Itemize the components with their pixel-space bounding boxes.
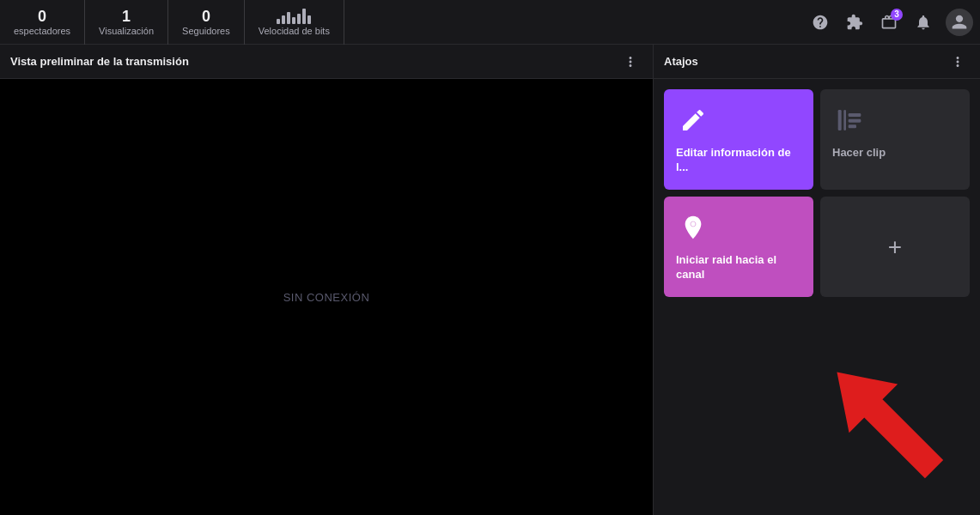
bar-2 xyxy=(282,15,285,24)
edit-icon xyxy=(679,106,707,134)
bar-3 xyxy=(287,12,290,24)
clip-icon-container xyxy=(832,103,867,137)
more-vert-icon xyxy=(623,54,638,70)
left-panel: Vista preliminar de la transmisión SIN C… xyxy=(0,45,654,515)
followers-label: Seguidores xyxy=(182,26,230,36)
stat-visualization: 1 Visualización xyxy=(85,0,168,45)
svg-rect-3 xyxy=(849,119,861,123)
bar-6 xyxy=(302,9,306,24)
more-vert-icon-right xyxy=(950,54,965,70)
bitrate-label: Velocidad de bits xyxy=(259,26,330,36)
followers-number: 0 xyxy=(202,9,210,24)
shortcut-add[interactable]: + xyxy=(820,197,970,297)
right-panel: Atajos Editar información de l... xyxy=(654,45,980,515)
gift-button[interactable]: 3 xyxy=(873,7,904,38)
spectators-number: 0 xyxy=(38,9,46,24)
hacer-clip-label: Hacer clip xyxy=(832,146,886,159)
avatar[interactable] xyxy=(946,9,973,36)
left-panel-menu-button[interactable] xyxy=(618,50,642,74)
add-icon: + xyxy=(888,233,902,261)
stat-bitrate: Velocidad de bits xyxy=(245,0,344,45)
bitrate-chart xyxy=(277,9,311,24)
svg-rect-2 xyxy=(849,113,861,117)
raid-icon xyxy=(679,214,707,241)
shortcut-edit-info[interactable]: Editar información de l... xyxy=(664,89,813,190)
shortcuts-grid: Editar información de l... Hacer clip xyxy=(654,79,980,307)
svg-rect-0 xyxy=(838,110,842,130)
top-bar-icons: 3 xyxy=(805,7,973,38)
right-panel-header: Atajos xyxy=(654,45,980,79)
clip-icon xyxy=(836,106,863,134)
bar-5 xyxy=(297,14,301,24)
bar-4 xyxy=(292,17,295,24)
left-panel-title: Vista preliminar de la transmisión xyxy=(10,55,189,68)
edit-info-label: Editar información de l... xyxy=(676,146,801,175)
extension-icon xyxy=(846,14,863,31)
notifications-icon xyxy=(915,14,932,31)
right-panel-title: Atajos xyxy=(664,55,698,68)
account-icon xyxy=(951,14,968,31)
red-arrow xyxy=(808,335,963,506)
gift-badge: 3 xyxy=(891,9,903,21)
help-button[interactable] xyxy=(805,7,836,38)
stat-spectators: 0 espectadores xyxy=(7,0,85,45)
iniciar-raid-label: Iniciar raid hacia el canal xyxy=(676,253,801,282)
svg-marker-6 xyxy=(813,348,959,494)
arrow-area xyxy=(654,307,980,515)
notifications-button[interactable] xyxy=(908,7,939,38)
preview-area: SIN CONEXIÓN xyxy=(0,79,653,515)
main-layout: Vista preliminar de la transmisión SIN C… xyxy=(0,45,980,515)
top-bar: 0 espectadores 1 Visualización 0 Seguido… xyxy=(0,0,980,45)
extension-button[interactable] xyxy=(839,7,870,38)
bar-1 xyxy=(277,19,280,24)
shortcut-hacer-clip[interactable]: Hacer clip xyxy=(820,89,970,190)
visualization-label: Visualización xyxy=(99,26,154,36)
shortcut-iniciar-raid[interactable]: Iniciar raid hacia el canal xyxy=(664,197,813,297)
help-icon xyxy=(812,14,829,31)
stat-followers: 0 Seguidores xyxy=(168,0,245,45)
edit-icon-container xyxy=(676,103,710,137)
bar-7 xyxy=(307,15,311,24)
svg-rect-1 xyxy=(843,110,846,130)
visualization-number: 1 xyxy=(122,9,131,24)
left-panel-header: Vista preliminar de la transmisión xyxy=(0,45,653,79)
svg-rect-4 xyxy=(849,124,856,128)
right-panel-menu-button[interactable] xyxy=(946,50,970,74)
spectators-label: espectadores xyxy=(14,26,70,36)
raid-icon-container xyxy=(676,210,710,245)
no-connection-label: SIN CONEXIÓN xyxy=(283,291,370,304)
